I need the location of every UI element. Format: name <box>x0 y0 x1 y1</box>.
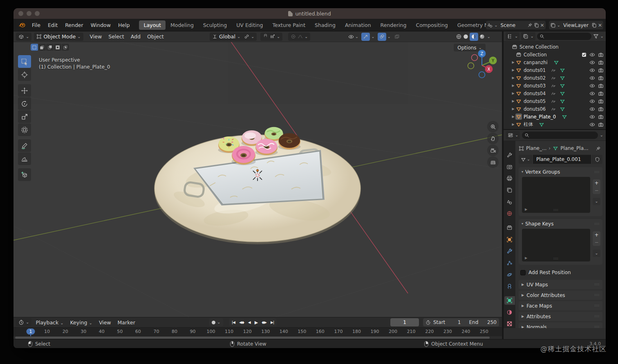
resize-grip-icon[interactable]: ∷∷ <box>553 208 558 212</box>
tool-cursor[interactable] <box>18 68 31 81</box>
ruler-tick[interactable]: 30 <box>81 329 86 334</box>
fake-user-toggle[interactable] <box>592 155 602 164</box>
blender-logo-icon[interactable] <box>18 22 27 28</box>
viewport-menu-add[interactable]: Add <box>128 32 144 41</box>
vertex-groups-header[interactable]: ▾ Vertex Groups ∷∷ <box>519 167 602 177</box>
hide-viewport-eye-icon[interactable] <box>589 75 595 81</box>
resize-grip-icon[interactable]: ∷∷ <box>553 257 558 261</box>
workspace-tab-animation[interactable]: Animation <box>340 20 376 30</box>
outliner-editor-selector[interactable]: ⌄ <box>506 32 519 40</box>
tool-add-cube[interactable] <box>18 168 31 181</box>
ruler-tick[interactable]: 160 <box>316 329 325 334</box>
select-mode-extend[interactable] <box>38 44 46 51</box>
current-frame-indicator[interactable]: 1 <box>27 328 35 335</box>
disable-render-camera-icon[interactable] <box>598 122 604 127</box>
tool-move[interactable] <box>18 84 31 97</box>
select-mode-subtract[interactable] <box>46 44 54 51</box>
ruler-tick[interactable]: 240 <box>461 329 470 334</box>
start-value[interactable]: 1 <box>458 319 461 325</box>
outliner-row-donuts06[interactable]: ▶donuts06 <box>504 105 606 113</box>
disclosure-icon[interactable]: ▶ <box>511 68 515 72</box>
outliner-row-donuts01[interactable]: ▶donuts01 <box>504 66 606 74</box>
ruler-tick[interactable]: 60 <box>135 329 141 334</box>
ruler-tick[interactable]: 10 <box>44 329 50 334</box>
jump-to-start-button[interactable]: |◀ <box>230 320 237 324</box>
pivot-point-selector[interactable]: ⌄ <box>242 33 257 41</box>
disable-render-camera-icon[interactable] <box>598 52 604 58</box>
disable-render-camera-icon[interactable] <box>598 75 604 81</box>
workspace-tab-shading[interactable]: Shading <box>310 20 340 30</box>
ruler-tick[interactable]: 210 <box>407 329 416 334</box>
disable-render-camera-icon[interactable] <box>598 91 604 96</box>
navigation-gizmo[interactable]: Z Y X <box>464 48 499 83</box>
hide-viewport-eye-icon[interactable] <box>589 91 595 96</box>
ruler-tick[interactable]: 20 <box>63 329 68 334</box>
wireframe-shading-icon[interactable] <box>456 33 462 40</box>
disable-render-camera-icon[interactable] <box>598 106 604 112</box>
select-mode-set[interactable] <box>31 44 38 51</box>
ruler-tick[interactable]: 170 <box>334 329 343 334</box>
show-gizmo-toggle[interactable] <box>361 33 370 41</box>
mesh-datablock-selector[interactable]: ⌄ <box>519 155 532 164</box>
remove-vertex-group-button[interactable]: − <box>593 187 600 194</box>
drag-grip-icon[interactable]: ∷∷ <box>595 222 600 226</box>
ruler-tick[interactable]: 140 <box>280 329 288 334</box>
timeline-editor-selector[interactable]: ⌄ <box>16 318 31 326</box>
perspective-toggle-button[interactable] <box>487 156 499 168</box>
disclosure-icon[interactable]: ▶ <box>511 92 515 95</box>
outliner-row-plane-plate-0[interactable]: ▶Plane_Plate_0 <box>504 113 606 121</box>
disclosure-icon[interactable]: ▶ <box>511 115 515 118</box>
tool-annotate[interactable] <box>18 139 31 152</box>
remove-shape-key-button[interactable]: − <box>593 239 600 246</box>
viewlayer-selector[interactable]: ⌄ ViewLayer ✕ <box>549 21 603 29</box>
outliner-row-scene-collection[interactable]: Scene Collection <box>504 43 606 51</box>
show-overlays-toggle[interactable] <box>378 33 386 41</box>
ruler-tick[interactable]: 40 <box>99 329 105 334</box>
exclude-checkbox[interactable] <box>582 52 587 57</box>
menu-help[interactable]: Help <box>114 21 134 29</box>
breadcrumb-data[interactable]: Plane_Pla... <box>560 145 588 151</box>
properties-tab-world[interactable] <box>504 209 515 218</box>
workspace-tab-modeling[interactable]: Modeling <box>166 20 198 30</box>
outliner-row-donuts03[interactable]: ▶donuts03 <box>504 82 606 89</box>
ruler-tick[interactable]: 80 <box>172 329 177 334</box>
viewport-menu-select[interactable]: Select <box>105 32 128 41</box>
ruler-tick[interactable]: 120 <box>243 329 252 334</box>
disable-render-camera-icon[interactable] <box>598 83 604 89</box>
ruler-tick[interactable]: 180 <box>352 329 361 334</box>
menu-render[interactable]: Render <box>61 21 87 29</box>
timeline-menu-view[interactable]: View <box>96 318 114 327</box>
disable-render-camera-icon[interactable] <box>598 114 604 120</box>
viewlayer-name[interactable]: ViewLayer <box>562 22 590 28</box>
properties-tab-viewlayer[interactable] <box>504 186 515 194</box>
ruler-tick[interactable]: 50 <box>117 329 123 334</box>
ruler-tick[interactable]: 100 <box>207 329 215 334</box>
properties-tab-texture[interactable] <box>504 319 515 328</box>
properties-tab-particles[interactable] <box>504 259 515 267</box>
drag-grip-icon[interactable]: ∷∷ <box>595 325 600 328</box>
timeline-scrollbar[interactable] <box>13 336 502 339</box>
properties-tab-tool[interactable] <box>504 151 515 159</box>
close-icon[interactable]: ✕ <box>540 23 544 28</box>
disable-render-camera-icon[interactable] <box>598 60 604 65</box>
hide-viewport-eye-icon[interactable] <box>589 122 595 127</box>
disclosure-icon[interactable]: ▶ <box>511 123 515 126</box>
drag-grip-icon[interactable]: ∷∷ <box>595 293 600 297</box>
properties-tab-render[interactable] <box>504 163 515 171</box>
disclosure-icon[interactable]: ▶ <box>511 84 515 87</box>
disable-render-camera-icon[interactable] <box>598 98 604 104</box>
disclosure-icon[interactable]: ▶ <box>511 60 515 64</box>
add-vertex-group-button[interactable]: + <box>593 179 600 187</box>
outliner-row-donuts05[interactable]: ▶donuts05 <box>504 97 606 105</box>
close-icon[interactable]: ✕ <box>598 23 602 28</box>
properties-tab-modifiers[interactable] <box>504 247 515 255</box>
properties-tab-physics[interactable] <box>504 270 515 279</box>
scrollbar-handle[interactable] <box>15 337 490 339</box>
zoom-window-button[interactable] <box>35 11 40 16</box>
viewport-canvas[interactable]: Options ⌄ User Perspective (1) Collectio… <box>13 42 502 317</box>
properties-tab-data[interactable] <box>504 296 515 305</box>
ruler-tick[interactable]: 220 <box>425 329 434 334</box>
mesh-name-field[interactable]: Plane_Plate_0.001 <box>533 155 591 164</box>
section-attributes[interactable]: ▶Attributes∷∷ <box>519 312 602 321</box>
timeline-ruler[interactable]: 1102030405060708090100110120130140150160… <box>13 327 502 336</box>
